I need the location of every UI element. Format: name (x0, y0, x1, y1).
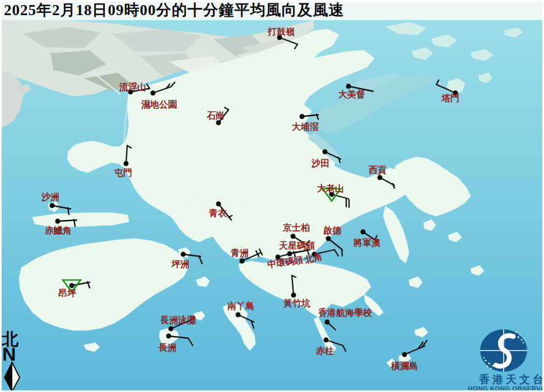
station-dot (325, 320, 330, 325)
station-dot (151, 91, 156, 96)
station-label: 濕地公園 (141, 100, 177, 110)
station-label: 長洲泳灘 (160, 315, 196, 325)
station-label: 黃竹坑 (283, 298, 310, 308)
station-dot (323, 150, 328, 155)
wind-barb (342, 249, 342, 256)
station-label: 沙田 (311, 158, 329, 168)
station-label: 長洲 (158, 343, 176, 352)
station-label: 京士柏 (282, 222, 310, 232)
north-letter-label: N (2, 343, 16, 365)
station-label: 將軍澳 (353, 238, 381, 248)
hong-kong-wind-map: 2025年2月18日09時00分的十分鐘平均風向及風速 打鼓嶺流浮山濕地公園石崗… (0, 0, 544, 392)
station-dot (378, 175, 383, 180)
hko-logo-name-zh: 香港天文台 (478, 374, 544, 385)
station-dot (300, 114, 305, 119)
station-dot (326, 236, 331, 241)
station-dot (240, 259, 245, 264)
station-label: 青洲 (230, 248, 249, 258)
station-label: 赤柱 (315, 346, 334, 356)
map-title: 2025年2月18日09時00分的十分鐘平均風向及風速 (4, 2, 345, 18)
station-label: 青衣 (208, 208, 227, 218)
station-dot (169, 326, 174, 332)
station-label: 大老山 (317, 184, 344, 193)
station-dot (324, 338, 329, 343)
station-dot (361, 230, 366, 235)
station-dot (181, 252, 186, 257)
station-label: 石崗 (206, 111, 225, 120)
station-dot (216, 120, 221, 125)
station-label: 赤鱲角 (44, 226, 72, 235)
station-label: 流浮山 (119, 82, 146, 92)
station-label: 西貢 (368, 165, 387, 175)
station-dot (236, 312, 241, 318)
station-dot (50, 203, 55, 208)
station-label: 南丫島 (227, 301, 254, 311)
station-label: 啟德 (323, 226, 342, 235)
station-label: 天星碼頭 (278, 241, 315, 251)
station-label: 橫瀾島 (390, 361, 418, 371)
station-dot (216, 202, 221, 207)
station-label: 坪洲 (171, 259, 189, 269)
station-label: 香港航海學校 (318, 307, 372, 318)
station-dot (124, 161, 129, 166)
station-dot (291, 293, 296, 298)
station-label: 塔門 (441, 94, 459, 103)
station-dot (291, 234, 296, 239)
station-dot (69, 283, 75, 288)
station-dot (55, 219, 61, 224)
station-label: 打鼓嶺 (267, 27, 295, 36)
wind-map-page: 2025年2月18日09時00分的十分鐘平均風向及風速 打鼓嶺流浮山濕地公園石崗… (0, 0, 544, 392)
station-label: 大埔滘 (292, 122, 319, 132)
station-label: 屯門 (114, 168, 132, 178)
station-dot (346, 84, 351, 89)
station-label: 昂坪 (58, 288, 77, 298)
station-dot (166, 334, 171, 339)
station-label: 大美督 (338, 89, 366, 99)
station-label: 沙洲 (41, 192, 59, 202)
station-dot (402, 352, 407, 357)
